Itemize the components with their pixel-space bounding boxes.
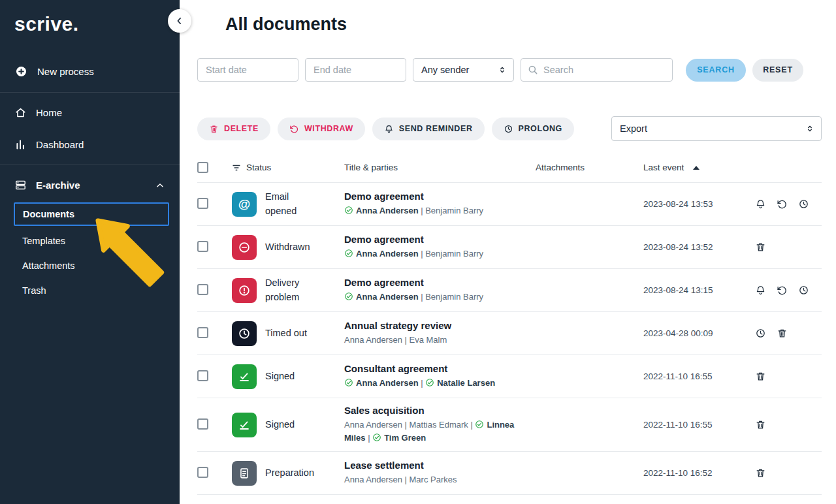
export-select[interactable]: Export [611, 116, 822, 141]
row-checkbox[interactable] [197, 284, 208, 295]
send-reminder-button[interactable]: SEND REMINDER [372, 118, 485, 140]
withdraw-button[interactable]: WITHDRAW [278, 118, 365, 140]
status-icon-email-opened: @ [232, 192, 257, 217]
last-event-date: 2023-08-24 13:53 [643, 199, 750, 209]
status-label: Signed [265, 370, 317, 383]
trash-icon[interactable] [755, 419, 766, 430]
last-event-date: 2023-08-24 13:15 [643, 285, 750, 295]
party-separator: | [419, 249, 426, 259]
bell-icon[interactable] [755, 285, 766, 296]
end-date-input[interactable] [305, 58, 406, 82]
withdraw-button-label: WITHDRAW [304, 124, 353, 133]
sidebar-item-earchive[interactable]: E-archive [0, 169, 180, 201]
sidebar-item-label: New process [37, 66, 94, 77]
status-label: Email opened [265, 190, 317, 217]
sidebar-item-trash[interactable]: Trash [0, 278, 180, 303]
select-all-checkbox[interactable] [197, 162, 208, 173]
document-title[interactable]: Sales acquisition [344, 405, 536, 416]
row-checkbox[interactable] [197, 370, 208, 381]
clock-icon[interactable] [798, 285, 809, 296]
party-separator: | [419, 378, 426, 388]
table-header: Status Title & parties Attachments Last … [197, 158, 822, 182]
delete-button-label: DELETE [224, 124, 259, 133]
action-bar: DELETE WITHDRAW SEND REMINDER PROLONG Ex… [197, 116, 822, 141]
sender-select-value: Any sender [421, 65, 469, 75]
row-checkbox[interactable] [197, 418, 208, 430]
party-separator: | [419, 292, 426, 302]
column-header-status[interactable]: Status [232, 163, 344, 172]
signed-check-icon [425, 378, 434, 387]
row-actions [750, 198, 822, 210]
party-name: Natalie Larsen [437, 378, 495, 388]
sidebar-divider [0, 165, 180, 165]
status-icon-delivery-problem [232, 278, 257, 303]
bar-chart-icon [14, 138, 27, 151]
sidebar-item-label: E-archive [36, 180, 80, 191]
row-actions [750, 371, 822, 382]
row-checkbox[interactable] [197, 241, 208, 252]
clock-icon[interactable] [798, 198, 809, 210]
party-name: Anna Andersen [344, 475, 402, 484]
column-header-title-parties: Title & parties [344, 163, 536, 172]
app-window: scrive. New process Home Dashboard E-arc… [0, 0, 836, 504]
prolong-button[interactable]: PROLONG [492, 118, 574, 140]
column-header-last-event[interactable]: Last event [643, 163, 750, 172]
trash-icon[interactable] [755, 371, 766, 382]
party-separator: | [468, 420, 475, 430]
row-checkbox[interactable] [197, 327, 208, 338]
column-header-label: Attachments [536, 163, 585, 172]
document-title[interactable]: Demo agreement [344, 234, 536, 245]
search-button[interactable]: SEARCH [686, 59, 746, 82]
party-name: Anna Andersen [356, 249, 419, 259]
row-checkbox[interactable] [197, 198, 208, 209]
delete-button[interactable]: DELETE [197, 118, 270, 140]
document-title[interactable]: Consultant agreement [344, 363, 536, 374]
party-name: Benjamin Barry [425, 206, 483, 215]
search-input[interactable] [521, 58, 673, 82]
trash-icon[interactable] [777, 328, 788, 339]
clock-icon[interactable] [755, 328, 766, 339]
status-icon-signed [232, 364, 257, 389]
row-actions [750, 285, 822, 296]
undo-icon[interactable] [777, 285, 788, 296]
bell-icon[interactable] [755, 198, 766, 210]
last-event-date: 2023-08-24 13:52 [643, 242, 750, 252]
signed-check-icon [475, 420, 484, 429]
status-icon-signed [232, 413, 257, 437]
start-date-input[interactable] [197, 58, 298, 82]
sidebar-item-attachments[interactable]: Attachments [0, 253, 180, 278]
reset-button[interactable]: RESET [752, 59, 803, 82]
scrive-logo[interactable]: scrive. [0, 9, 180, 55]
sender-select[interactable]: Any sender [413, 58, 514, 82]
table-row: PreparationLease settlementAnna Andersen… [197, 451, 822, 494]
party-name: Anna Andersen [344, 420, 402, 430]
earchive-subnav: Documents Templates Attachments Trash [0, 202, 180, 309]
search-field [521, 58, 673, 82]
column-header-label: Status [246, 163, 271, 172]
search-icon [527, 64, 539, 76]
undo-icon[interactable] [777, 198, 788, 210]
trash-icon[interactable] [755, 242, 766, 253]
sidebar-item-dashboard[interactable]: Dashboard [0, 129, 180, 161]
document-title[interactable]: Demo agreement [344, 191, 536, 202]
row-checkbox[interactable] [197, 467, 208, 478]
archive-icon [14, 179, 27, 191]
sidebar-item-home[interactable]: Home [0, 97, 180, 129]
document-title[interactable]: Demo agreement [344, 277, 536, 288]
sidebar-item-label: Home [36, 107, 62, 118]
undo-icon [289, 124, 299, 134]
sidebar-item-new-process[interactable]: New process [0, 55, 180, 88]
main-content: All documents Any sender SEARCH RESET DE… [180, 0, 836, 504]
trash-icon[interactable] [755, 467, 766, 479]
sidebar-item-documents[interactable]: Documents [14, 202, 169, 226]
sidebar-item-templates[interactable]: Templates [0, 228, 180, 253]
party-name: Anna Andersen [344, 335, 402, 345]
document-title[interactable]: Annual strategy review [344, 320, 536, 331]
back-button[interactable] [168, 9, 191, 33]
last-event-date: 2022-11-10 16:52 [643, 468, 750, 478]
table-body: @Email openedDemo agreementAnna Andersen… [197, 182, 822, 494]
status-icon-withdrawn [232, 235, 257, 260]
party-name: Anna Andersen [356, 206, 419, 215]
table-row: @Email openedDemo agreementAnna Andersen… [197, 182, 822, 225]
document-title[interactable]: Lease settlement [344, 460, 536, 471]
